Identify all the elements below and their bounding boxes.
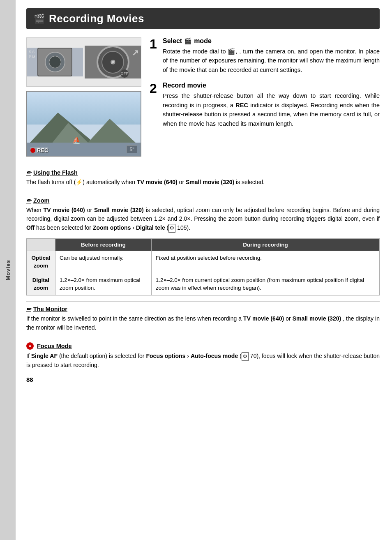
step-1-number: 1 <box>150 37 159 74</box>
table-row: Digitalzoom 1.2×–2.0× from maximum optic… <box>27 273 380 295</box>
table-header-before: Before recording <box>55 238 152 251</box>
step-2-content: Record movie Press the shutter-release b… <box>163 82 380 128</box>
table-cell-digital-label: Digitalzoom <box>27 273 55 295</box>
step-1-body: Rotate the mode dial to 🎬, , turn the ca… <box>163 47 380 74</box>
note-zoom: ✏ Zoom When TV movie (640) or Small movi… <box>26 197 380 233</box>
table-cell-digital-before: 1.2×–2.0× from maximum optical zoom posi… <box>55 273 152 295</box>
divider-2 <box>26 193 380 193</box>
camera-images: S AP M ✺ OFF ↗ <box>26 37 141 87</box>
step-1-title-suffix: mode <box>194 37 212 45</box>
step-1: 1 Select 🎬 mode Rotate the mode dial to … <box>150 37 380 74</box>
step-2-number: 2 <box>150 82 159 128</box>
steps-column: 1 Select 🎬 mode Rotate the mode dial to … <box>150 37 380 157</box>
monitor-timer: 5" <box>127 145 137 153</box>
step-2-title: Record movie <box>163 82 380 89</box>
table-cell-optical-before: Can be adjusted normally. <box>55 251 152 273</box>
note-focus-title: Focus Mode <box>37 343 72 349</box>
table-cell-digital-during: 1.2×–2.0× from current optical zoom posi… <box>151 273 379 295</box>
mode-dial-image: S AP M <box>27 48 83 76</box>
page-header: 🎬 Recording Movies <box>26 8 380 29</box>
note-focus-body: If Single AF (the default option) is sel… <box>26 352 380 369</box>
note-zoom-icon: ✏ <box>26 197 31 204</box>
note-monitor-heading: ✏ The Monitor <box>26 306 380 312</box>
note-zoom-heading: ✏ Zoom <box>26 197 380 204</box>
note-flash-title: Using the Flash <box>33 169 78 176</box>
sidebar-tab: Movies <box>0 0 16 540</box>
divider-4 <box>26 338 380 338</box>
note-focus: ● Focus Mode If Single AF (the default o… <box>26 342 380 369</box>
divider-1 <box>26 165 380 165</box>
focus-icon: ● <box>26 342 34 350</box>
movie-mode-icon: 🎬 <box>184 37 192 45</box>
step-1-title-text: Select <box>163 37 182 45</box>
note-focus-heading: ● Focus Mode <box>26 342 380 350</box>
images-column: S AP M ✺ OFF ↗ <box>26 37 141 157</box>
sidebar-label: Movies <box>5 260 11 280</box>
top-section: S AP M ✺ OFF ↗ <box>26 37 380 157</box>
rotation-arrow: ↗ <box>132 48 139 58</box>
table-header-empty <box>27 238 55 251</box>
page-title: Recording Movies <box>49 12 144 25</box>
movie-icon: 🎬 <box>34 14 45 24</box>
page-number: 88 <box>26 376 380 383</box>
note-monitor: ✏ The Monitor If the monitor is swivelle… <box>26 306 380 332</box>
divider-3 <box>26 301 380 302</box>
table-cell-optical-label: Opticalzoom <box>27 251 55 273</box>
note-icon: ✏ <box>26 169 31 176</box>
table-cell-optical-during: Fixed at position selected before record… <box>151 251 379 273</box>
zoom-table: Before recording During recording Optica… <box>26 238 380 295</box>
note-monitor-body: If the monitor is swivelled to point in … <box>26 314 380 332</box>
note-flash: ✏ Using the Flash The flash turns off (⚡… <box>26 169 380 187</box>
note-flash-body: The flash turns off (⚡) automatically wh… <box>26 178 380 187</box>
step-2-title-text: Record movie <box>163 82 206 89</box>
dial-closeup-image: ✺ OFF ↗ <box>85 46 141 78</box>
note-monitor-title: The Monitor <box>33 306 67 312</box>
main-content: 🎬 Recording Movies <box>18 0 392 395</box>
step-2: 2 Record movie Press the shutter-release… <box>150 82 380 128</box>
step-2-body: Press the shutter-release button all the… <box>163 91 380 128</box>
table-header-during: During recording <box>151 238 379 251</box>
step-1-content: Select 🎬 mode Rotate the mode dial to 🎬,… <box>163 37 380 74</box>
step-1-title: Select 🎬 mode <box>163 37 380 45</box>
note-zoom-title: Zoom <box>33 197 49 204</box>
note-monitor-icon: ✏ <box>26 306 31 312</box>
note-zoom-body: When TV movie (640) or Small movie (320)… <box>26 206 380 233</box>
rec-label: REC <box>37 147 48 153</box>
table-row: Opticalzoom Can be adjusted normally. Fi… <box>27 251 380 273</box>
note-flash-heading: ✏ Using the Flash <box>26 169 380 176</box>
monitor-image: ⛵ REC 5" <box>26 91 141 157</box>
rec-indicator: REC <box>30 147 48 153</box>
